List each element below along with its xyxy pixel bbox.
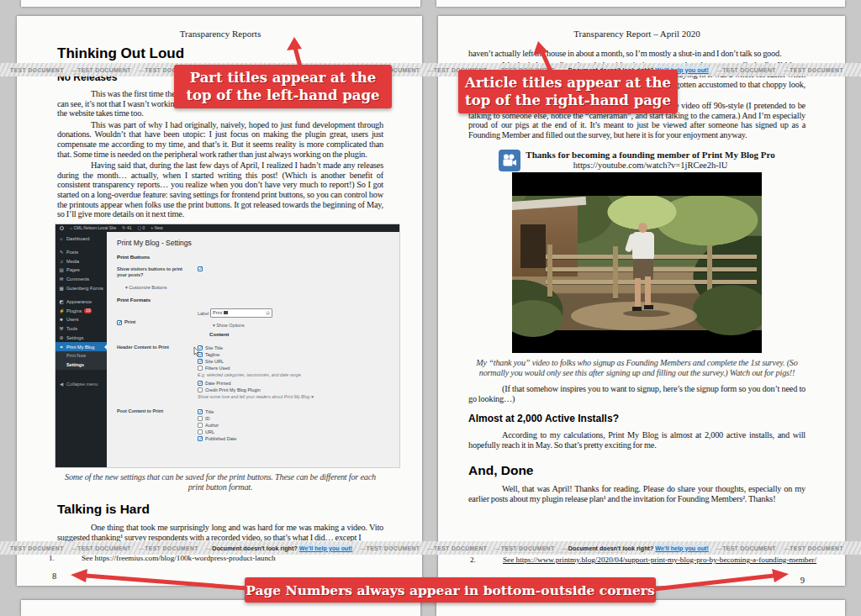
wp-sidebar-item-icon: ✦ bbox=[59, 345, 64, 350]
wp-sidebar-item-label: Appearance bbox=[66, 299, 92, 304]
wp-update-badge: 10 bbox=[84, 308, 92, 313]
paragraph: haven’t actually left the house in about… bbox=[468, 49, 806, 59]
thumbnail-art bbox=[512, 196, 762, 330]
wp-sidebar-item-icon: ♫ bbox=[59, 259, 64, 264]
video-thumbnail[interactable] bbox=[512, 172, 762, 353]
wp-header-content-label: Header Content to Print bbox=[117, 345, 198, 402]
wp-question-label: Show visitors buttons to print your post… bbox=[117, 266, 198, 278]
wp-section-content: Content bbox=[209, 331, 389, 337]
comments-icon: ▢ bbox=[137, 225, 141, 230]
article-heading-talking-is-hard: Talking is Hard bbox=[57, 502, 383, 517]
wp-sidebar-item-icon: ✎ bbox=[59, 250, 64, 255]
wp-checkbox-option: Filters Used E.g. selected categories, t… bbox=[198, 365, 389, 378]
paragraph: According to my calculations, Print My B… bbox=[468, 430, 806, 450]
wp-checkbox-option: ID bbox=[198, 415, 389, 422]
footnote-link[interactable]: See https://www.printmy.blog/2020/04/sup… bbox=[503, 555, 816, 566]
field-picker-icon: ▤ bbox=[266, 310, 270, 315]
wp-post-content-label: Post Content to Print bbox=[117, 408, 198, 442]
wp-sidebar-item: ✉ Comments bbox=[55, 275, 107, 284]
wp-page-title: Print My Blog - Settings bbox=[117, 239, 389, 247]
wp-checkbox-option: URL bbox=[198, 429, 389, 435]
test-document-ribbon-top: TEST DOCUMENT TEST DOCUMENT TEST DOCUMEN… bbox=[0, 63, 861, 76]
wp-sidebar-item-label: Print Now bbox=[66, 353, 86, 358]
part-title: Thinking Out Loud bbox=[57, 45, 383, 62]
wp-settings-panel: Print My Blog - Settings Print Buttons S… bbox=[107, 232, 399, 442]
prev-page-right-edge bbox=[436, 0, 845, 7]
wp-admin-bar: ⌂ CML.Nelson Local Site ↻ 41 ▢ 0 + New bbox=[55, 224, 399, 232]
help-link[interactable]: We'll help you out! bbox=[299, 545, 352, 552]
wp-sidebar-item-label: Dashboard bbox=[66, 236, 89, 241]
wp-comments-count: 0 bbox=[143, 225, 145, 230]
wp-checkbox-option: Tagline bbox=[198, 351, 389, 358]
wp-sidebar-item: Settings bbox=[55, 361, 107, 370]
page-number-right: 9 bbox=[800, 576, 805, 585]
wp-section-print-formats: Print Formats bbox=[117, 297, 389, 303]
video-caption: My “thank you” video to folks who signup… bbox=[468, 358, 806, 378]
wp-sidebar-item-icon: ◩ bbox=[59, 299, 64, 304]
test-document-ribbon-bottom: TEST DOCUMENT TEST DOCUMENT TEST DOCUMEN… bbox=[0, 541, 861, 555]
wp-checkbox-option: Credit Print My Blog Plugin Show some lo… bbox=[198, 387, 389, 400]
wp-label-input: Print ▤ bbox=[210, 308, 272, 318]
wp-label-field-caption: Label bbox=[198, 310, 209, 315]
video-title: Thanks for becoming a founding member of… bbox=[526, 150, 774, 161]
wp-new-button: + New bbox=[151, 225, 162, 230]
article-heading-and-done: And, Done bbox=[468, 463, 806, 478]
wp-sidebar-item-label: Gutenberg Forms bbox=[66, 286, 103, 291]
wp-checkbox-option: Title bbox=[198, 408, 389, 415]
wp-print-format-checkbox: Print bbox=[117, 308, 198, 337]
wp-sidebar: ⌂ Dashboard ✎ Posts ♫ Media ▤ Pages bbox=[55, 232, 107, 467]
wp-sidebar-item-icon: ⚙ bbox=[59, 335, 64, 340]
video-url[interactable]: https://youtube.com/watch?v=1jRCee2h-lU bbox=[526, 161, 774, 171]
wp-sidebar-item: ▤ Pages bbox=[55, 266, 107, 275]
help-link[interactable]: We'll help you out! bbox=[655, 545, 708, 552]
wp-checkbox-option: Author bbox=[198, 422, 389, 429]
wp-sidebar-item: ✦ Print My Blog bbox=[55, 342, 107, 351]
wp-sidebar-item: ☻ Users bbox=[55, 315, 107, 324]
callout-page-numbers: Page Numbers always appear in bottom-out… bbox=[245, 577, 656, 603]
wp-updates-count: 41 bbox=[127, 225, 132, 230]
wp-checkbox-option: Published Date bbox=[198, 435, 389, 442]
wp-sidebar-item: ▦ Gutenberg Forms bbox=[55, 284, 107, 293]
running-head-left: Transparency Reports bbox=[57, 29, 383, 39]
wp-sidebar-item-label: Settings bbox=[66, 362, 84, 367]
wp-sidebar-item: ◀ Collapse menu bbox=[55, 380, 107, 389]
wp-sidebar-item: ⚡ Plugins 10 bbox=[55, 306, 107, 315]
wp-show-buttons-checkbox bbox=[198, 266, 389, 278]
wp-sidebar-item: ◩ Appearance bbox=[55, 297, 107, 306]
wordpress-logo-icon bbox=[60, 226, 64, 230]
paragraph: Having said that, during the last few da… bbox=[57, 161, 383, 219]
callout-part-titles: Part titles appear at the top of the lef… bbox=[174, 65, 392, 108]
wp-sidebar-item-icon: ⚡ bbox=[59, 308, 64, 313]
updates-icon: ↻ bbox=[122, 225, 125, 230]
wp-sidebar-item-label: Pages bbox=[66, 267, 80, 272]
wp-sidebar-item-label: Print My Blog bbox=[66, 345, 94, 350]
wp-sidebar-item-label: Users bbox=[66, 317, 79, 322]
wp-sidebar-item-icon: ◀ bbox=[59, 382, 64, 387]
paragraph: Well, that was April! Thanks for reading… bbox=[468, 484, 806, 503]
wp-customize-buttons-toggle: ▾ Customize Buttons bbox=[125, 285, 389, 290]
wp-checkbox-option: Site Title bbox=[198, 345, 389, 351]
prev-page-left-edge bbox=[21, 0, 420, 7]
document-preview-spread: Transparency Reports Thinking Out Loud N… bbox=[0, 0, 861, 616]
wp-sidebar-item-icon: ▤ bbox=[59, 267, 64, 272]
callout-article-titles: Article titles appear at the top of the … bbox=[458, 70, 678, 113]
wp-checkbox-option: Site URL bbox=[198, 358, 389, 365]
running-head-right: Transparency Report – April 2020 bbox=[468, 29, 806, 39]
paragraph: One thing that took me surprisingly long… bbox=[57, 523, 383, 542]
video-camera-icon bbox=[499, 150, 520, 171]
person-at-gate bbox=[628, 223, 662, 324]
wp-sidebar-item: ⚙ Settings bbox=[55, 334, 107, 343]
wp-sidebar-item-icon: ☻ bbox=[59, 317, 64, 322]
printer-icon bbox=[224, 311, 228, 314]
section-heading-installs: Almost at 2,000 Active Installs? bbox=[468, 413, 806, 424]
wp-sidebar-item: ⌂ Dashboard bbox=[55, 234, 107, 244]
wp-site-name: CML.Nelson Local Site bbox=[73, 225, 116, 230]
wp-sidebar-item-label: Comments bbox=[66, 276, 89, 282]
paragraph: (If that somehow inspires you to want to… bbox=[468, 384, 806, 403]
wp-sidebar-item-label: Settings bbox=[66, 335, 83, 340]
wp-sidebar-item-label: Collapse menu bbox=[66, 382, 98, 387]
wp-checkbox-option: Date Printed bbox=[198, 380, 389, 387]
youtube-embed: Thanks for becoming a founding member of… bbox=[486, 150, 789, 353]
wp-sidebar-item-icon: ⚒ bbox=[59, 326, 64, 331]
wp-sidebar-item-icon: ▦ bbox=[59, 286, 64, 291]
